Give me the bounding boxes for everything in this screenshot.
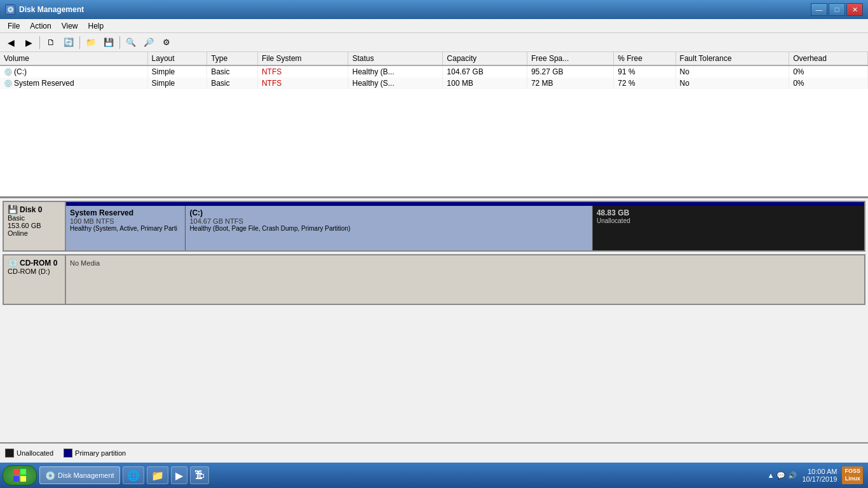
- tray-arrow-icon[interactable]: ▲: [768, 471, 775, 479]
- col-faulttolerance[interactable]: Fault Tolerance: [675, 52, 789, 65]
- partition-system-reserved[interactable]: System Reserved 100 MB NTFS Healthy (Sys…: [66, 206, 186, 250]
- col-freespace[interactable]: Free Spa...: [527, 52, 613, 65]
- menu-file[interactable]: File: [3, 20, 25, 32]
- cell-status-1: Healthy (S...: [348, 78, 443, 89]
- cell-overhead-1: 0%: [789, 78, 868, 89]
- disk-row-0: 💾 Disk 0 Basic 153.60 GB Online System R…: [3, 201, 865, 252]
- disk-type-0: Basic: [8, 214, 61, 222]
- save-button[interactable]: 💾: [100, 35, 117, 50]
- start-button[interactable]: [3, 465, 37, 485]
- col-volume[interactable]: Volume: [0, 52, 147, 65]
- clock: 10:00 AM 10/17/2019: [802, 468, 837, 483]
- disk-label-0: 💾 Disk 0 Basic 153.60 GB Online: [3, 201, 66, 252]
- back-button[interactable]: ◀: [3, 35, 19, 50]
- toolbar-separator-1: [39, 36, 40, 49]
- folder-button[interactable]: 📁: [83, 35, 99, 50]
- refresh-button[interactable]: 🔄: [60, 35, 77, 50]
- cell-layout-0: Simple: [147, 65, 207, 78]
- ie-icon[interactable]: 🌐: [123, 466, 144, 484]
- menu-bar: File Action View Help: [0, 19, 868, 33]
- maximize-button[interactable]: □: [829, 3, 845, 16]
- toolbar: ◀ ▶ 🗋 🔄 📁 💾 🔍 🔎 ⚙: [0, 33, 868, 52]
- settings-button[interactable]: ⚙: [158, 35, 175, 50]
- disk-id-0: Disk 0: [20, 205, 42, 214]
- menu-action[interactable]: Action: [25, 20, 56, 32]
- close-button[interactable]: ✕: [846, 3, 863, 16]
- legend-label-primary: Primary partition: [75, 449, 126, 457]
- table-row[interactable]: 💿 System Reserved Simple Basic NTFS Heal…: [0, 78, 868, 89]
- zoom-button[interactable]: 🔎: [140, 35, 157, 50]
- partition-label-unallocated: Unallocated: [597, 217, 860, 224]
- menu-help[interactable]: Help: [83, 20, 109, 32]
- cdrom-label: 💿 CD-ROM 0 CD-ROM (D:): [3, 254, 66, 305]
- clock-date: 10/17/2019: [802, 475, 837, 483]
- disk-partitions-0: System Reserved 100 MB NTFS Healthy (Sys…: [66, 201, 865, 252]
- disk-partitions-row-0: System Reserved 100 MB NTFS Healthy (Sys…: [66, 206, 864, 250]
- tool-icon[interactable]: 🗜: [190, 466, 209, 484]
- cell-status-0: Healthy (B...: [348, 65, 443, 78]
- title-bar: 💿 Disk Management — □ ✕: [0, 0, 868, 19]
- active-app-icon: 💿: [45, 471, 55, 480]
- taskbar: 💿 Disk Management 🌐 📁 ▶ 🗜 ▲ 💬 🔊 10:00 AM…: [0, 463, 868, 488]
- cell-percentfree-0: 91 %: [614, 65, 675, 78]
- minimize-button[interactable]: —: [811, 3, 827, 16]
- partition-size-unallocated: 48.83 GB: [597, 208, 860, 217]
- cell-faulttolerance-0: No: [675, 65, 789, 78]
- cdrom-id: CD-ROM 0: [20, 259, 57, 268]
- cell-type-1: Basic: [207, 78, 258, 89]
- col-percentfree[interactable]: % Free: [614, 52, 675, 65]
- cell-volume-1: 💿 System Reserved: [0, 78, 147, 89]
- cell-type-0: Basic: [207, 65, 258, 78]
- tray-sound-icon[interactable]: 🔊: [788, 471, 797, 480]
- legend-box-primary: [64, 449, 72, 458]
- partition-status-1: Healthy (Boot, Page File, Crash Dump, Pr…: [189, 225, 588, 232]
- svg-rect-2: [13, 476, 19, 482]
- partition-name-0: System Reserved: [70, 208, 181, 217]
- cell-percentfree-1: 72 %: [614, 78, 675, 89]
- menu-view[interactable]: View: [57, 20, 83, 32]
- search-button[interactable]: 🔍: [123, 35, 139, 50]
- tray-msg-icon[interactable]: 💬: [776, 471, 785, 480]
- table-row[interactable]: 💿 (C:) Simple Basic NTFS Healthy (B... 1…: [0, 65, 868, 78]
- svg-rect-1: [20, 469, 26, 475]
- cell-capacity-0: 104.67 GB: [443, 65, 527, 78]
- app-icon: 💿: [5, 4, 15, 15]
- col-layout[interactable]: Layout: [147, 52, 207, 65]
- disk-icon: 💿: [4, 68, 13, 76]
- cell-capacity-1: 100 MB: [443, 78, 527, 89]
- taskbar-left: 💿 Disk Management 🌐 📁 ▶ 🗜: [3, 465, 209, 485]
- cell-freespace-1: 72 MB: [527, 78, 613, 89]
- cell-fs-1: NTFS: [257, 78, 348, 89]
- properties-button[interactable]: 🗋: [43, 35, 59, 50]
- clock-time: 10:00 AM: [802, 468, 837, 475]
- volume-table: Volume Layout Type File System Status Ca…: [0, 52, 868, 89]
- disk-status-0: Online: [8, 229, 61, 237]
- disk-icon: 💿: [4, 79, 13, 88]
- col-status[interactable]: Status: [348, 52, 443, 65]
- partition-size-1: 104.67 GB NTFS: [189, 217, 588, 225]
- active-app-label: Disk Management: [58, 471, 114, 479]
- toolbar-separator-2: [79, 36, 80, 49]
- col-overhead[interactable]: Overhead: [789, 52, 868, 65]
- cell-layout-1: Simple: [147, 78, 207, 89]
- taskbar-right: ▲ 💬 🔊 10:00 AM 10/17/2019 FOSSLinux: [768, 466, 865, 484]
- disk-view-pane: 💾 Disk 0 Basic 153.60 GB Online System R…: [0, 198, 868, 468]
- forward-button[interactable]: ▶: [20, 35, 37, 50]
- col-capacity[interactable]: Capacity: [443, 52, 527, 65]
- folder-taskbar-icon[interactable]: 📁: [147, 466, 168, 484]
- cell-overhead-0: 0%: [789, 65, 868, 78]
- partition-c[interactable]: (C:) 104.67 GB NTFS Healthy (Boot, Page …: [186, 206, 593, 250]
- partition-unallocated[interactable]: 48.83 GB Unallocated: [593, 206, 864, 250]
- col-filesystem[interactable]: File System: [257, 52, 348, 65]
- partition-name-1: (C:): [189, 208, 588, 217]
- toolbar-separator-3: [119, 36, 120, 49]
- svg-rect-0: [13, 469, 19, 475]
- cell-volume-0: 💿 (C:): [0, 65, 147, 78]
- legend-bar: Unallocated Primary partition: [0, 442, 868, 463]
- main-content: Volume Layout Type File System Status Ca…: [0, 52, 868, 468]
- media-icon[interactable]: ▶: [171, 466, 187, 484]
- legend-item-primary: Primary partition: [64, 449, 126, 458]
- col-type[interactable]: Type: [207, 52, 258, 65]
- active-app-button[interactable]: 💿 Disk Management: [39, 466, 120, 484]
- legend-label-unallocated: Unallocated: [17, 449, 53, 457]
